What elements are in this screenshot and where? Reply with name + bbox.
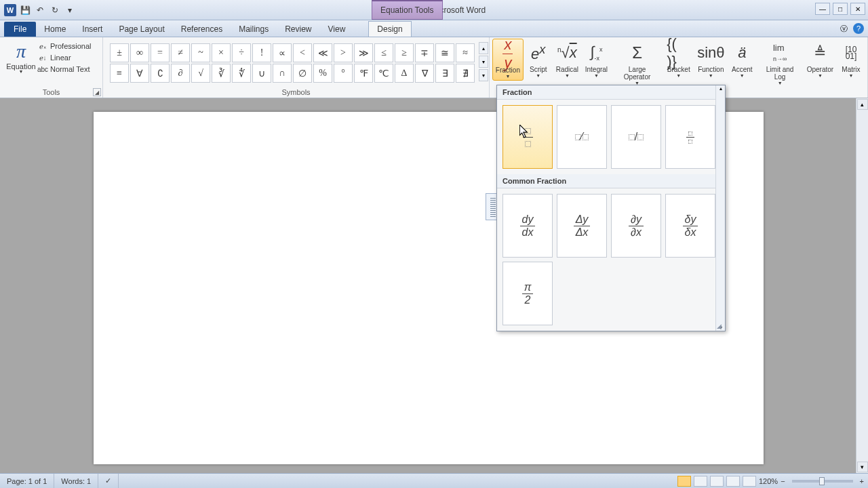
zoom-out-button[interactable]: − <box>781 477 785 485</box>
common-fraction-item[interactable]: ΔyΔx <box>557 194 607 258</box>
symbol-button[interactable]: ∓ <box>415 43 434 62</box>
view-full-screen[interactable] <box>694 476 707 487</box>
vertical-scrollbar[interactable]: ▴ ▾ <box>856 98 868 473</box>
symbol-button[interactable]: ≠ <box>171 43 190 62</box>
zoom-slider-thumb[interactable] <box>819 477 825 485</box>
symbol-button[interactable]: = <box>151 43 170 62</box>
symbol-button[interactable]: ∆ <box>395 64 414 83</box>
function-button[interactable]: sinθFunction▼ <box>694 39 727 79</box>
equation-move-handle[interactable] <box>490 197 496 217</box>
symbol-button[interactable]: ∅ <box>293 64 312 83</box>
close-button[interactable]: ✕ <box>850 3 865 15</box>
status-page[interactable]: Page: 1 of 1 <box>0 474 54 488</box>
gallery-resize-handle[interactable]: ◢ <box>717 323 725 331</box>
symbol-button[interactable]: ≫ <box>354 43 373 62</box>
scroll-down-icon[interactable]: ▾ <box>857 462 868 472</box>
fraction-linear[interactable]: / <box>611 105 661 169</box>
tab-view[interactable]: View <box>320 22 354 37</box>
symbol-scroll-up[interactable]: ▴ <box>479 42 488 54</box>
symbol-button[interactable]: ≤ <box>374 43 393 62</box>
symbol-button[interactable]: ℉ <box>354 64 373 83</box>
symbol-button[interactable]: ∂ <box>171 64 190 83</box>
symbol-button[interactable]: ∛ <box>212 64 231 83</box>
fraction-skewed[interactable]: ⁄ <box>557 105 607 169</box>
symbol-button[interactable]: ∀ <box>130 64 149 83</box>
symbol-button[interactable]: < <box>293 43 312 62</box>
symbol-button[interactable]: ° <box>334 64 353 83</box>
common-fraction-item[interactable]: ∂y∂x <box>611 194 661 258</box>
symbol-button[interactable]: ~ <box>191 43 210 62</box>
view-draft[interactable] <box>743 476 756 487</box>
zoom-level[interactable]: 120% <box>759 477 778 485</box>
symbol-button[interactable]: ∞ <box>130 43 149 62</box>
script-button[interactable]: exScript▼ <box>525 39 552 79</box>
maximize-button[interactable]: □ <box>833 3 848 15</box>
large-operator-button[interactable]: ΣLarge Operator▼ <box>612 39 663 87</box>
symbol-button[interactable]: ℃ <box>374 64 393 83</box>
scroll-up-icon[interactable]: ▴ <box>857 99 868 110</box>
symbol-button[interactable]: ∄ <box>456 64 475 83</box>
fraction-stacked[interactable] <box>502 105 553 169</box>
symbol-scroll-down[interactable]: ▾ <box>479 56 488 68</box>
symbol-button[interactable]: ≈ <box>456 43 475 62</box>
symbol-button[interactable]: ≪ <box>313 43 332 62</box>
save-icon[interactable]: 💾 <box>19 4 31 16</box>
linear-button[interactable]: ℯ↓Linear <box>38 53 92 62</box>
common-fraction-item[interactable]: δyδx <box>665 194 715 258</box>
symbol-button[interactable]: ∝ <box>273 43 292 62</box>
operator-button[interactable]: ≜Operator▼ <box>804 39 836 79</box>
tab-home[interactable]: Home <box>36 22 74 37</box>
tab-mailings[interactable]: Mailings <box>231 22 277 37</box>
redo-icon[interactable]: ↻ <box>49 4 61 16</box>
minimize-button[interactable]: — <box>815 3 830 15</box>
zoom-slider[interactable] <box>792 480 853 483</box>
symbol-button[interactable]: ! <box>252 43 271 62</box>
accent-button[interactable]: äAccent▼ <box>728 39 755 79</box>
symbol-button[interactable]: ∃ <box>435 64 454 83</box>
symbol-button[interactable]: > <box>334 43 353 62</box>
limit-log-button[interactable]: limn→∞Limit and Log▼ <box>757 39 803 87</box>
symbol-button[interactable]: ≡ <box>110 64 129 83</box>
symbol-button[interactable]: ∇ <box>415 64 434 83</box>
fraction-button[interactable]: xyFraction▼ <box>492 39 524 81</box>
tab-page-layout[interactable]: Page Layout <box>111 22 172 37</box>
tab-design[interactable]: Design <box>368 21 411 37</box>
file-tab[interactable]: File <box>4 22 36 37</box>
common-fraction-item[interactable]: π2 <box>502 262 553 325</box>
symbol-button[interactable]: ∪ <box>252 64 271 83</box>
word-app-icon[interactable]: W <box>4 4 16 16</box>
symbol-button[interactable]: ∁ <box>151 64 170 83</box>
symbol-button[interactable]: √ <box>191 64 210 83</box>
zoom-in-button[interactable]: + <box>860 477 864 485</box>
minimize-ribbon-icon[interactable]: ⓥ <box>840 24 848 34</box>
symbol-button[interactable]: ≥ <box>395 43 414 62</box>
undo-icon[interactable]: ↶ <box>34 4 46 16</box>
symbol-button[interactable]: ∜ <box>232 64 251 83</box>
symbol-more-button[interactable]: ▾ <box>479 69 488 81</box>
symbol-button[interactable]: ± <box>110 43 129 62</box>
tools-dialog-launcher[interactable]: ◢ <box>93 88 101 96</box>
symbol-button[interactable]: % <box>313 64 332 83</box>
common-fraction-item[interactable]: dydx <box>502 194 553 258</box>
normal-text-button[interactable]: abcNormal Text <box>38 64 92 74</box>
tab-insert[interactable]: Insert <box>74 22 111 37</box>
view-web-layout[interactable] <box>710 476 724 487</box>
symbol-button[interactable]: ÷ <box>232 43 251 62</box>
integral-button[interactable]: ∫-xxIntegral▼ <box>583 39 610 79</box>
radical-button[interactable]: n√xRadical▼ <box>553 39 581 79</box>
matrix-button[interactable]: [1001]Matrix▼ <box>837 39 865 79</box>
status-words[interactable]: Words: 1 <box>54 474 98 488</box>
symbol-button[interactable]: ∩ <box>273 64 292 83</box>
tab-review[interactable]: Review <box>277 22 319 37</box>
fraction-small[interactable] <box>665 105 715 169</box>
view-print-layout[interactable] <box>677 476 691 487</box>
bracket-button[interactable]: {( )}Bracket▼ <box>664 39 693 79</box>
tab-references[interactable]: References <box>173 22 231 37</box>
gallery-scrollbar[interactable]: ▴▾ <box>715 85 725 331</box>
help-icon[interactable]: ? <box>853 23 864 34</box>
status-proofing-icon[interactable]: ✓ <box>98 474 119 488</box>
professional-button[interactable]: ℯₓProfessional <box>38 41 92 51</box>
qat-customize-icon[interactable]: ▾ <box>64 4 76 16</box>
symbol-button[interactable]: ≅ <box>435 43 454 62</box>
view-outline[interactable] <box>726 476 740 487</box>
